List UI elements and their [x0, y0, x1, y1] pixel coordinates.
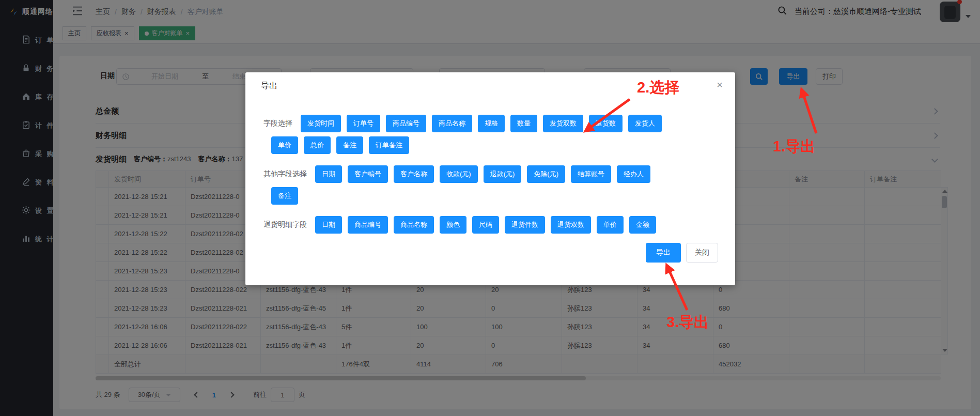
field-toggle-发货双数[interactable]: 发货双数 [543, 115, 583, 132]
field-toggle-免除(元)[interactable]: 免除(元) [527, 165, 565, 183]
field-toggle-颜色[interactable]: 颜色 [440, 216, 466, 234]
field-toggle-发货时间[interactable]: 发货时间 [301, 115, 341, 132]
field-line: 备注 [271, 187, 720, 205]
field-toggle-数量[interactable]: 数量 [510, 115, 537, 132]
field-toggle-备注[interactable]: 备注 [336, 136, 363, 154]
field-group-label: 其他字段选择 [263, 170, 307, 179]
field-line: 单价总价备注订单备注 [271, 136, 720, 154]
dialog-footer: 导出 关闭 [646, 243, 718, 263]
field-toggle-商品编号[interactable]: 商品编号 [348, 216, 388, 234]
field-toggle-发货人[interactable]: 发货人 [628, 115, 662, 132]
field-toggle-订单备注[interactable]: 订单备注 [369, 136, 409, 154]
field-group: 退货明细字段日期商品编号商品名称颜色尺码退货件数退货双数单价金额 [263, 216, 720, 234]
field-toggle-结算账号[interactable]: 结算账号 [571, 165, 611, 183]
field-toggle-客户编号[interactable]: 客户编号 [348, 165, 388, 183]
field-line: 退货明细字段日期商品编号商品名称颜色尺码退货件数退货双数单价金额 [263, 216, 720, 234]
field-toggle-单价[interactable]: 单价 [271, 136, 298, 154]
close-icon[interactable]: × [717, 80, 723, 90]
field-line: 其他字段选择日期客户编号客户名称收款(元)退款(元)免除(元)结算账号经办人 [263, 165, 720, 183]
field-group-label: 退货明细字段 [263, 220, 307, 229]
field-line: 字段选择发货时间订单号商品编号商品名称规格数量发货双数退货数发货人 [263, 115, 720, 132]
app-root: 顺通网络 订 单财 务库 存计 件采 购资 料设 置统 计 主页/财务/财务报表… [0, 0, 980, 416]
dialog-title: 导出 [261, 81, 277, 91]
field-toggle-退货数[interactable]: 退货数 [589, 115, 623, 132]
field-toggle-日期[interactable]: 日期 [315, 216, 342, 234]
annotation-select-step: 2.选择 [637, 78, 679, 98]
field-group-label: 字段选择 [263, 119, 292, 128]
annotation-export-step1: 1.导出 [773, 136, 815, 157]
dialog-body: 字段选择发货时间订单号商品编号商品名称规格数量发货双数退货数发货人单价总价备注订… [263, 115, 720, 245]
dialog-close-button[interactable]: 关闭 [686, 243, 718, 263]
field-toggle-日期[interactable]: 日期 [315, 165, 342, 183]
field-toggle-经办人[interactable]: 经办人 [617, 165, 650, 183]
field-toggle-备注[interactable]: 备注 [271, 187, 298, 205]
field-toggle-规格[interactable]: 规格 [478, 115, 505, 132]
dialog-export-button[interactable]: 导出 [646, 243, 681, 263]
field-toggle-商品编号[interactable]: 商品编号 [386, 115, 426, 132]
field-toggle-退货双数[interactable]: 退货双数 [551, 216, 591, 234]
field-toggle-客户名称[interactable]: 客户名称 [394, 165, 434, 183]
export-dialog: 导出 × 字段选择发货时间订单号商品编号商品名称规格数量发货双数退货数发货人单价… [245, 72, 735, 285]
field-toggle-单价[interactable]: 单价 [597, 216, 624, 234]
field-toggle-金额[interactable]: 金额 [629, 216, 656, 234]
field-toggle-商品名称[interactable]: 商品名称 [394, 216, 434, 234]
field-toggle-退款(元)[interactable]: 退款(元) [484, 165, 522, 183]
field-toggle-尺码[interactable]: 尺码 [472, 216, 499, 234]
field-toggle-总价[interactable]: 总价 [304, 136, 331, 154]
annotation-export-step3: 3.导出 [666, 312, 709, 333]
field-group: 字段选择发货时间订单号商品编号商品名称规格数量发货双数退货数发货人单价总价备注订… [263, 115, 720, 154]
field-group: 其他字段选择日期客户编号客户名称收款(元)退款(元)免除(元)结算账号经办人备注 [263, 165, 720, 205]
field-toggle-商品名称[interactable]: 商品名称 [432, 115, 472, 132]
field-toggle-订单号[interactable]: 订单号 [347, 115, 380, 132]
field-toggle-退货件数[interactable]: 退货件数 [505, 216, 545, 234]
field-toggle-收款(元)[interactable]: 收款(元) [440, 165, 478, 183]
